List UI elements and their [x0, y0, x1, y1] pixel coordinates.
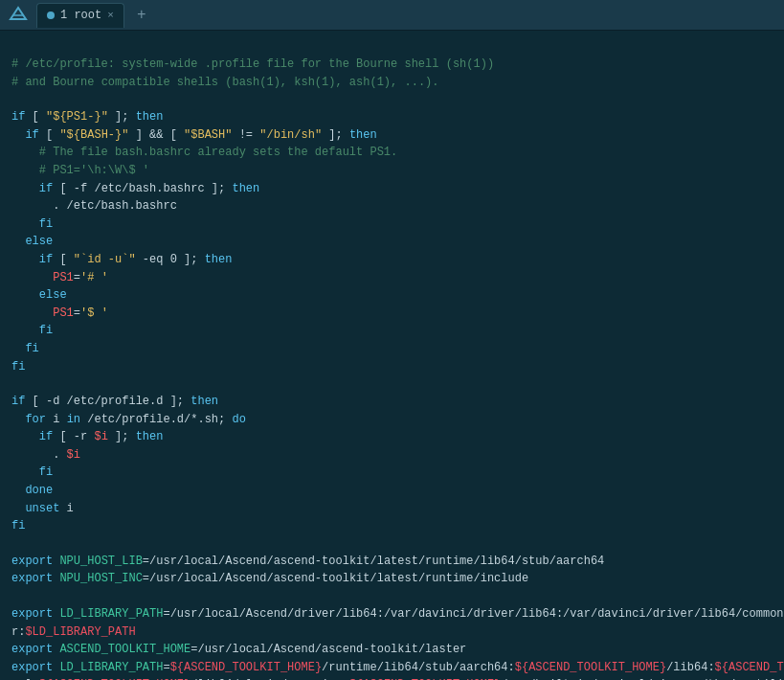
- code-line: . /etc/bash.bashrc: [11, 197, 773, 215]
- code-line: [11, 91, 773, 108]
- code-line: if [ -d /etc/profile.d ]; then: [11, 393, 773, 411]
- tab-close-icon[interactable]: ×: [107, 10, 114, 21]
- code-line: # and Bourne compatible shells (bash(1),…: [11, 74, 773, 92]
- code-line: if [ "`id -u`" -eq 0 ]; then: [11, 251, 773, 269]
- code-line: export NPU_HOST_INC=/usr/local/Ascend/as…: [11, 570, 773, 588]
- app-logo: [8, 5, 29, 26]
- code-line: fi: [11, 464, 773, 482]
- code-line: else: [11, 233, 773, 251]
- code-line: else: [11, 286, 773, 305]
- code-line: PS1='# ': [11, 269, 773, 287]
- code-line: export LD_LIBRARY_PATH=/usr/local/Ascend…: [11, 605, 773, 623]
- code-line: fi: [11, 322, 773, 340]
- tab-dot: [47, 11, 55, 19]
- code-line: export NPU_HOST_LIB=/usr/local/Ascend/as…: [11, 553, 773, 571]
- code-line: r:$LD_LIBRARY_PATH: [11, 623, 773, 642]
- code-line: [11, 588, 773, 605]
- code-line: unset i: [11, 500, 773, 518]
- code-line: # The file bash.bashrc already sets the …: [11, 144, 773, 162]
- code-line: fi: [11, 517, 773, 535]
- tab-label: 1 root: [60, 9, 101, 22]
- tab-root[interactable]: 1 root ×: [36, 3, 124, 28]
- code-line: fi: [11, 215, 773, 234]
- code-line: nel:${ASCEND_TOOLKIT_HOME}/lib64/plugin/…: [11, 676, 773, 680]
- code-line: fi: [11, 358, 773, 376]
- code-line: # PS1='\h:\W\$ ': [11, 162, 773, 180]
- code-line: done: [11, 482, 773, 500]
- code-line: if [ "${BASH-}" ] && [ "$BASH" != "/bin/…: [11, 126, 773, 145]
- code-line: . $i: [11, 446, 773, 465]
- code-area: # /etc/profile: system-wide .profile fil…: [0, 31, 784, 680]
- code-line: if [ "${PS1-}" ]; then: [11, 108, 773, 126]
- code-line: PS1='$ ': [11, 305, 773, 323]
- code-line: if [ -f /etc/bash.bashrc ]; then: [11, 180, 773, 198]
- code-line: if [ -r $i ]; then: [11, 428, 773, 446]
- code-line: fi: [11, 340, 773, 358]
- code-line: export LD_LIBRARY_PATH=${ASCEND_TOOLKIT_…: [11, 659, 773, 677]
- code-line: [11, 375, 773, 393]
- code-line: [11, 38, 773, 56]
- tab-add-button[interactable]: +: [132, 6, 151, 25]
- code-line: export ASCEND_TOOLKIT_HOME=/usr/local/As…: [11, 641, 773, 659]
- code-line: [11, 535, 773, 553]
- code-line: for i in /etc/profile.d/*.sh; do: [11, 411, 773, 429]
- code-line: # /etc/profile: system-wide .profile fil…: [11, 56, 773, 74]
- titlebar: 1 root × +: [0, 0, 784, 31]
